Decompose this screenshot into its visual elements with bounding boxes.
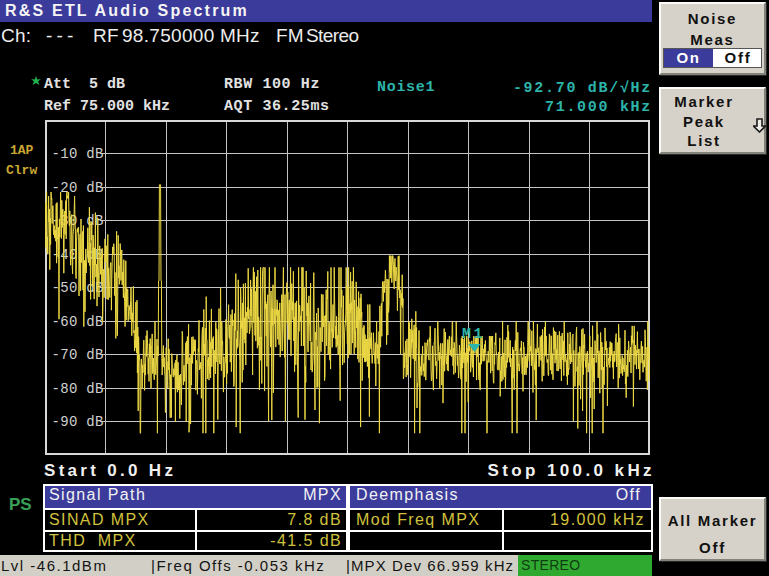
svg-text:-10 dB: -10 dB bbox=[52, 146, 104, 162]
svg-text:-90 dB: -90 dB bbox=[52, 414, 104, 430]
svg-text:-80 dB: -80 dB bbox=[52, 381, 104, 397]
svg-text:-70 dB: -70 dB bbox=[52, 347, 104, 363]
svg-text:-20 dB: -20 dB bbox=[52, 180, 104, 196]
